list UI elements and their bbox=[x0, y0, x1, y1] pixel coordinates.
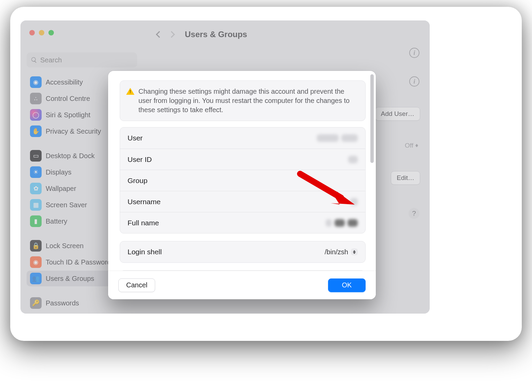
close-window-button[interactable] bbox=[29, 30, 35, 35]
chevron-updown-icon bbox=[415, 144, 418, 147]
row-user-id: User ID bbox=[120, 149, 365, 170]
login-shell-select[interactable]: /bin/zsh bbox=[325, 248, 358, 256]
row-value-full-name bbox=[326, 219, 358, 227]
page-title: Users & Groups bbox=[185, 30, 247, 39]
row-value-user-id bbox=[348, 156, 358, 163]
sidebar-item-label: Screen Saver bbox=[46, 201, 87, 209]
login-shell-value: /bin/zsh bbox=[325, 248, 348, 256]
sidebar-item-label: Battery bbox=[46, 217, 67, 225]
row-login-shell[interactable]: Login shell /bin/zsh bbox=[120, 241, 365, 262]
ok-button[interactable]: OK bbox=[328, 278, 366, 292]
info-icon[interactable]: i bbox=[409, 48, 419, 58]
sidebar-item-label: Siri & Spotlight bbox=[46, 111, 90, 119]
row-label: User ID bbox=[128, 155, 152, 164]
passwords-icon: 🔑 bbox=[30, 297, 42, 309]
sidebar-item-label: Displays bbox=[46, 168, 72, 176]
row-label: Group bbox=[128, 177, 147, 185]
zoom-window-button[interactable] bbox=[48, 30, 54, 35]
sidebar-item-label: Lock Screen bbox=[46, 242, 84, 250]
minimize-window-button[interactable] bbox=[39, 30, 44, 35]
sidebar-item-label: Touch ID & Password bbox=[46, 258, 111, 266]
window-controls bbox=[29, 30, 54, 35]
row-username[interactable]: Username bbox=[120, 191, 365, 212]
redacted-value bbox=[341, 134, 358, 142]
row-label: Full name bbox=[128, 219, 159, 227]
sidebar-item-label: Passwords bbox=[46, 299, 79, 307]
search-input[interactable] bbox=[40, 56, 133, 64]
redacted-value bbox=[317, 134, 339, 142]
sidebar-item-label: Users & Groups bbox=[46, 275, 94, 283]
home-directory-group: Choose… bbox=[120, 270, 366, 271]
displays-icon: ☀ bbox=[30, 166, 42, 178]
siri-icon: ◯ bbox=[30, 109, 42, 121]
warning-icon bbox=[126, 88, 134, 95]
desktop-dock-icon: ▭ bbox=[30, 150, 42, 162]
warning-banner: Changing these settings might damage thi… bbox=[120, 80, 366, 121]
edit-button[interactable]: Edit… bbox=[391, 171, 420, 185]
row-full-name[interactable]: Full name bbox=[120, 212, 365, 233]
titlebar: Users & Groups bbox=[20, 20, 430, 42]
advanced-user-options-sheet: Changing these settings might damage thi… bbox=[108, 71, 376, 299]
scrollbar[interactable] bbox=[370, 74, 374, 163]
info-icon[interactable]: i bbox=[409, 76, 419, 87]
redacted-value bbox=[350, 198, 358, 206]
sidebar-item-label: Accessibility bbox=[46, 78, 83, 86]
system-settings-window: Users & Groups ◉Accessibility⛬Control Ce… bbox=[20, 20, 430, 314]
sheet-footer: Cancel OK bbox=[108, 271, 376, 299]
accessibility-icon: ◉ bbox=[30, 76, 42, 88]
screen-saver-icon: ▦ bbox=[30, 199, 42, 211]
search-field[interactable] bbox=[27, 52, 137, 67]
autologin-value[interactable]: Off bbox=[405, 142, 418, 149]
sidebar-item-label: Desktop & Dock bbox=[46, 152, 94, 160]
row-label: Login shell bbox=[128, 248, 162, 256]
row-label: User bbox=[128, 134, 143, 142]
redacted-value bbox=[335, 219, 345, 227]
chevron-updown-icon bbox=[351, 248, 358, 255]
add-user-button[interactable]: Add User… bbox=[375, 107, 420, 121]
user-details-group: User User ID Group bbox=[120, 127, 366, 233]
privacy-icon: ✋ bbox=[30, 125, 42, 137]
battery-icon: ▮ bbox=[30, 215, 42, 227]
row-label: Username bbox=[128, 198, 161, 206]
sidebar-item-label: Control Centre bbox=[46, 95, 90, 103]
login-shell-group: Login shell /bin/zsh bbox=[120, 241, 366, 263]
control-centre-icon: ⛬ bbox=[30, 93, 42, 104]
wallpaper-icon: ✿ bbox=[30, 183, 42, 194]
users-groups-icon: 👥 bbox=[30, 273, 42, 284]
sidebar-item-label: Wallpaper bbox=[46, 185, 76, 193]
search-icon bbox=[31, 57, 38, 63]
nav-back-button[interactable] bbox=[156, 31, 163, 38]
row-value-username bbox=[350, 198, 358, 206]
row-value-user bbox=[317, 134, 358, 142]
nav-forward-button[interactable] bbox=[168, 31, 175, 38]
sidebar-item-label: Privacy & Security bbox=[46, 127, 101, 135]
help-button[interactable]: ? bbox=[409, 208, 419, 219]
row-group: Group bbox=[120, 170, 365, 191]
touch-id-icon: ◉ bbox=[30, 256, 42, 268]
cancel-button[interactable]: Cancel bbox=[118, 278, 155, 292]
warning-text: Changing these settings might damage thi… bbox=[138, 87, 358, 115]
redacted-value bbox=[326, 219, 332, 227]
redacted-value bbox=[348, 219, 358, 227]
redacted-value bbox=[348, 156, 358, 163]
lock-screen-icon: 🔒 bbox=[30, 240, 42, 252]
row-user: User bbox=[120, 127, 365, 149]
